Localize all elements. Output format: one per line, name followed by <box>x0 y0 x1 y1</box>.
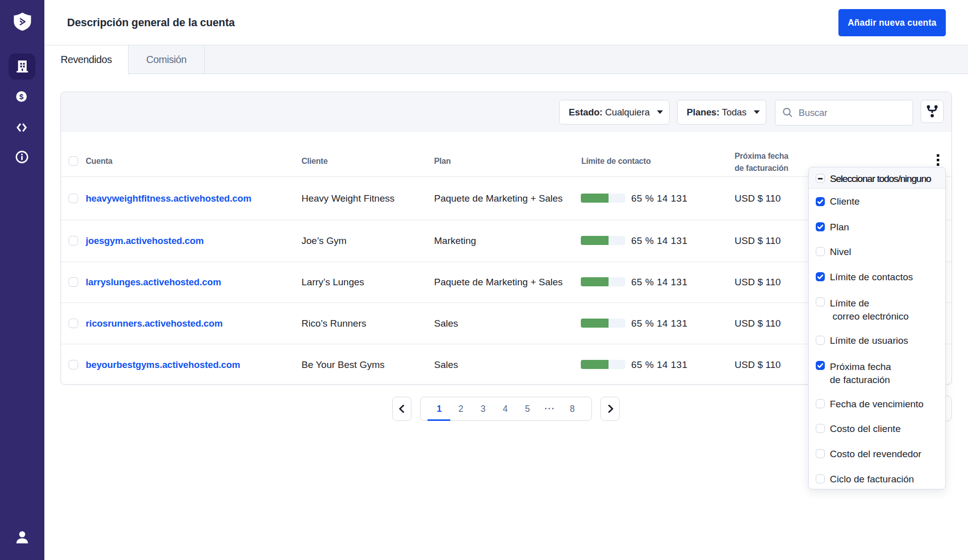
svg-text:$: $ <box>19 92 24 101</box>
